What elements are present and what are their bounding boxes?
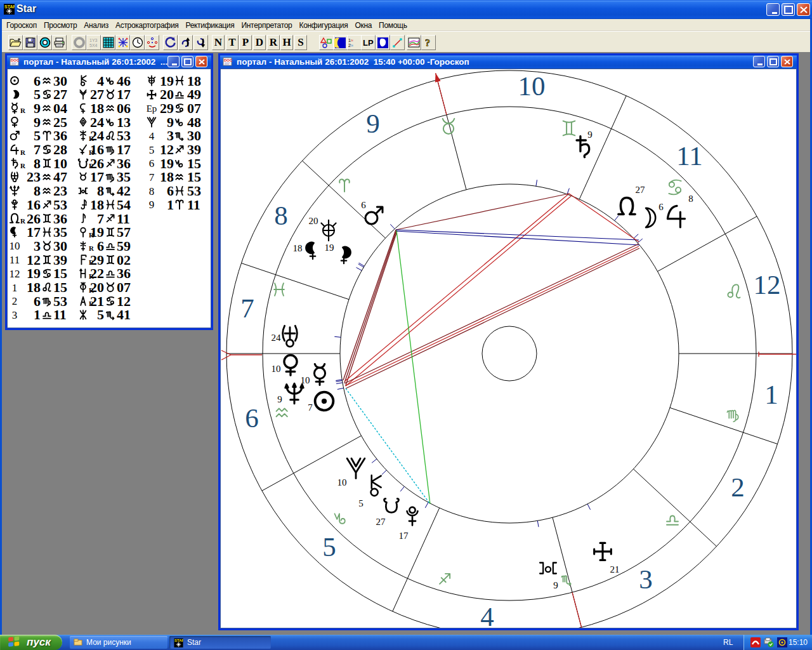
- svg-text:17: 17: [399, 531, 409, 541]
- svg-text:6: 6: [361, 200, 366, 210]
- svg-text:R: R: [20, 217, 26, 225]
- svg-text:9: 9: [366, 109, 380, 138]
- svg-text:9: 9: [553, 580, 558, 590]
- svg-text:12: 12: [10, 268, 20, 280]
- svg-text:24: 24: [272, 333, 282, 343]
- svg-text:1≈: 1≈: [348, 38, 353, 43]
- svg-text:R: R: [89, 244, 95, 252]
- svg-text:6: 6: [658, 202, 664, 212]
- svg-text:8: 8: [149, 185, 155, 197]
- svg-text:12: 12: [754, 270, 781, 300]
- svg-text:1Y3: 1Y3: [89, 38, 98, 43]
- svg-text:DOC: DOC: [224, 58, 233, 62]
- svg-text:11: 11: [187, 197, 200, 213]
- svg-text:5: 5: [358, 498, 363, 508]
- svg-text:6: 6: [149, 157, 155, 169]
- svg-text:27: 27: [376, 517, 386, 527]
- svg-text:LP: LP: [363, 38, 374, 48]
- svg-text:41: 41: [117, 307, 131, 322]
- svg-text:11: 11: [10, 254, 20, 266]
- svg-text:11: 11: [53, 307, 67, 322]
- svg-text:5: 5: [97, 307, 104, 322]
- svg-text:STAR: STAR: [4, 4, 15, 9]
- svg-text:19: 19: [325, 242, 334, 253]
- svg-text:?: ?: [425, 37, 430, 48]
- svg-text:7: 7: [240, 293, 254, 323]
- svg-text:4: 4: [149, 130, 155, 142]
- svg-text:7: 7: [308, 402, 313, 413]
- svg-text:18: 18: [293, 243, 303, 253]
- svg-text:DOC: DOC: [11, 58, 20, 62]
- svg-text:6: 6: [245, 403, 259, 433]
- svg-text:20: 20: [309, 216, 318, 226]
- svg-text:1: 1: [12, 282, 18, 294]
- svg-text:9: 9: [587, 129, 593, 140]
- svg-text:5: 5: [322, 532, 336, 562]
- svg-text:9: 9: [149, 199, 155, 211]
- svg-text:10: 10: [272, 364, 281, 374]
- svg-text:5X4: 5X4: [89, 43, 98, 48]
- svg-text:R: R: [20, 107, 26, 114]
- svg-text:10: 10: [337, 477, 347, 488]
- svg-text:8: 8: [688, 194, 693, 204]
- svg-text:Ер: Ер: [147, 103, 157, 114]
- svg-text:1: 1: [764, 380, 778, 409]
- svg-text:4: 4: [480, 602, 494, 628]
- svg-text:R: R: [20, 149, 26, 156]
- svg-text:9: 9: [277, 394, 282, 404]
- svg-text:7: 7: [149, 171, 155, 183]
- svg-text:3: 3: [12, 309, 18, 321]
- svg-text:10: 10: [518, 71, 546, 101]
- svg-text:R: R: [20, 162, 26, 169]
- svg-text:2≈: 2≈: [348, 43, 353, 48]
- svg-text:1: 1: [167, 197, 174, 213]
- svg-text:2: 2: [12, 295, 18, 307]
- svg-text:8: 8: [274, 201, 288, 230]
- svg-text:1: 1: [34, 307, 41, 322]
- svg-text:10: 10: [10, 240, 20, 252]
- svg-text:11: 11: [676, 141, 702, 171]
- svg-text:2: 2: [731, 472, 745, 502]
- svg-text:27: 27: [636, 185, 646, 195]
- svg-text:3: 3: [639, 564, 653, 594]
- svg-text:21: 21: [610, 564, 620, 574]
- svg-text:5: 5: [149, 144, 155, 156]
